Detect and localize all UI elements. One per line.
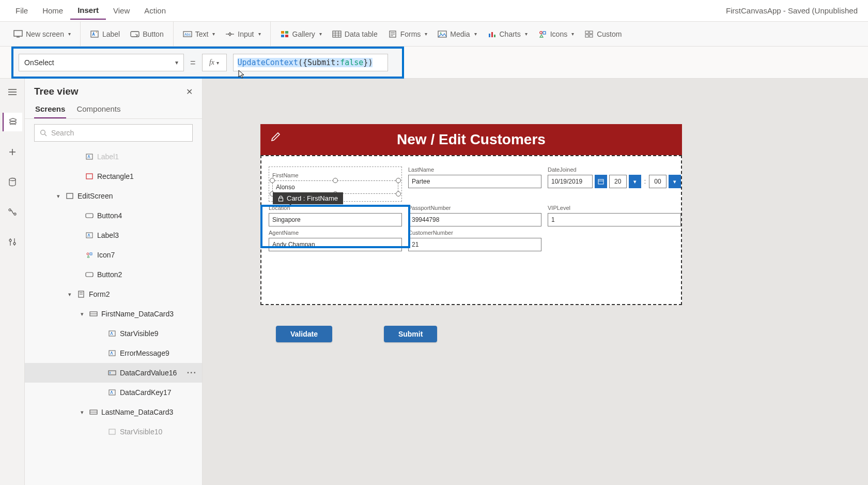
svg-rect-56 [86,272,93,277]
label-icon [85,231,94,240]
data-table-icon [332,29,342,39]
viplevel-card[interactable]: VIPLevel 1 [548,205,681,226]
customernumber-input[interactable]: 21 [408,238,541,251]
menu-file[interactable]: File [8,2,35,19]
passport-input[interactable]: 39944798 [408,213,541,226]
tab-components[interactable]: Components [75,100,121,118]
button-button[interactable]: Button [125,26,168,42]
menu-insert[interactable]: Insert [70,2,106,20]
label-icon [90,29,99,39]
agentname-input[interactable]: Andy Champan [269,238,402,251]
datejoined-card[interactable]: DateJoined 10/19/2019 20 ▾ : 00 ▾ [548,166,681,202]
svg-rect-3 [131,32,139,37]
menu-action[interactable]: Action [137,2,173,19]
tree-node-starvisible10[interactable]: ▾ StarVisible10 [25,422,202,442]
top-menu-bar: File Home Insert View Action FirstCanvas… [0,0,868,22]
text-button[interactable]: Abc Text▾ [178,26,221,42]
lastname-input[interactable]: Partee [408,175,541,188]
svg-rect-30 [543,32,546,34]
tree-node-icon7[interactable]: ▾ Icon7 [25,245,202,265]
screen-icon [13,29,23,39]
search-input[interactable]: Search [34,124,193,142]
validate-button[interactable]: Validate [276,326,332,342]
passport-card[interactable]: PassportNumber 39944798 [408,205,541,226]
forms-button[interactable]: Forms▾ [383,26,433,42]
tab-screens[interactable]: Screens [34,100,66,118]
connections-rail-icon[interactable] [3,203,22,221]
pencil-icon [270,130,282,143]
tree-node-rectangle1[interactable]: ▾ Rectangle1 [25,166,202,186]
tree-node-label3[interactable]: ▾ Label3 [25,225,202,245]
tree-node-firstname-datacard[interactable]: ▾ FirstName_DataCard3 [25,304,202,324]
data-table-button[interactable]: Data table [327,26,383,42]
tree-node-button2[interactable]: ▾ Button2 [25,265,202,284]
new-screen-button[interactable]: New screen▾ [8,26,76,42]
minute-dropdown[interactable]: ▾ [669,175,681,188]
datejoined-label: DateJoined [548,166,681,173]
tree-view-title: Tree view [34,86,79,97]
label-button[interactable]: Label [85,26,125,42]
minute-input[interactable]: 00 [649,175,667,188]
tree-node-lastname-datacard[interactable]: ▾ LastName_DataCard3 [25,402,202,422]
tree-node-starvisible9[interactable]: ▾ StarVisible9 [25,324,202,343]
gallery-button[interactable]: Gallery▾ [275,26,327,42]
datejoined-input[interactable]: 10/19/2019 [548,175,593,188]
lastname-card[interactable]: LastName Partee [408,166,541,202]
menu-home[interactable]: Home [35,2,70,19]
calendar-icon[interactable] [595,175,607,188]
datacard-icon [89,309,98,319]
tree-node-datacardkey17[interactable]: ▾ DataCardKey17 [25,383,202,402]
forms-icon [388,29,397,39]
location-input[interactable]: Singapore [269,213,402,226]
svg-rect-26 [489,34,490,37]
fx-button[interactable]: fx▾ [202,54,227,71]
more-icon[interactable]: ··· [187,368,197,377]
svg-rect-50 [86,174,92,179]
tree-view-rail-icon[interactable] [3,113,22,131]
form-icon [76,290,86,299]
input-icon [225,29,235,39]
svg-text:Abc: Abc [184,33,191,36]
custom-button[interactable]: Custom [579,26,627,42]
formula-input[interactable]: UpdateContext({Submit:false}) [233,54,388,71]
screen-icon [65,191,74,201]
svg-point-45 [9,239,11,241]
insert-ribbon: New screen▾ Label Button Abc Text▾ [0,22,868,47]
input-button[interactable]: Input▾ [220,26,266,42]
charts-button[interactable]: Charts▾ [482,26,533,42]
data-rail-icon[interactable] [3,173,22,191]
close-tree-button[interactable]: ✕ [186,87,193,97]
tree-node-label1[interactable]: ▾ Label1 [25,147,202,166]
search-icon [40,129,47,137]
svg-point-29 [539,31,542,34]
card-badge: Card : FirstName [273,192,343,204]
svg-rect-51 [67,193,73,199]
add-rail-icon[interactable] [3,143,22,161]
canvas[interactable]: New / Edit Customers Card : FirstName Fi… [203,79,868,485]
tree-node-datacardvalue16[interactable]: ▾ DataCardValue16 ··· [25,363,202,383]
equals-sign: = [190,57,196,68]
settings-rail-icon[interactable] [3,233,22,251]
tree-node-form2[interactable]: ▾ Form2 [25,284,202,304]
hour-input[interactable]: 20 [609,175,627,188]
property-selector[interactable]: OnSelect ▾ [19,54,184,71]
agentname-card[interactable]: AgentName Andy Champan [269,230,402,251]
text-icon: Abc [183,29,192,39]
svg-point-42 [14,213,16,215]
media-button[interactable]: Media▾ [432,26,482,42]
svg-rect-52 [86,214,93,218]
svg-rect-28 [494,35,495,37]
viplevel-input[interactable]: 1 [548,213,681,226]
location-card[interactable]: Location Singapore [269,205,402,226]
svg-rect-33 [585,35,588,37]
button-icon [85,270,94,279]
hour-dropdown[interactable]: ▾ [629,175,641,188]
tree-node-button4[interactable]: ▾ Button4 [25,206,202,225]
hamburger-icon[interactable] [3,83,22,101]
tree-node-errormessage9[interactable]: ▾ ErrorMessage9 [25,343,202,363]
icons-button[interactable]: Icons▾ [533,26,579,42]
submit-button[interactable]: Submit [384,326,437,342]
customernumber-card[interactable]: CustomerNumber 21 [408,230,541,251]
tree-node-editscreen[interactable]: ▾ EditScreen [25,186,202,206]
menu-view[interactable]: View [106,2,137,19]
